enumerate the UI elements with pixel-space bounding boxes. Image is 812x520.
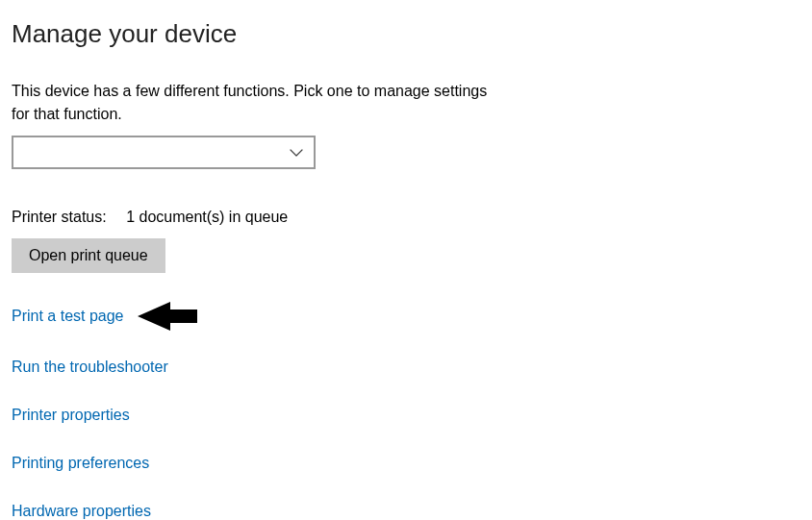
open-print-queue-button[interactable]: Open print queue	[12, 238, 165, 273]
printer-properties-link[interactable]: Printer properties	[12, 404, 130, 427]
chevron-down-icon	[289, 145, 304, 161]
hardware-properties-link[interactable]: Hardware properties	[12, 500, 151, 520]
printer-status-label: Printer status:	[12, 209, 107, 225]
run-troubleshooter-link[interactable]: Run the troubleshooter	[12, 356, 168, 379]
print-test-page-link[interactable]: Print a test page	[12, 305, 124, 328]
printer-status: Printer status: 1 document(s) in queue	[12, 206, 800, 229]
printing-preferences-link[interactable]: Printing preferences	[12, 452, 149, 475]
printer-status-value: 1 document(s) in queue	[126, 209, 288, 225]
page-subtitle: This device has a few different function…	[12, 80, 493, 126]
function-dropdown[interactable]	[12, 136, 316, 169]
pointer-arrow-icon	[138, 302, 197, 331]
page-title: Manage your device	[12, 15, 800, 53]
